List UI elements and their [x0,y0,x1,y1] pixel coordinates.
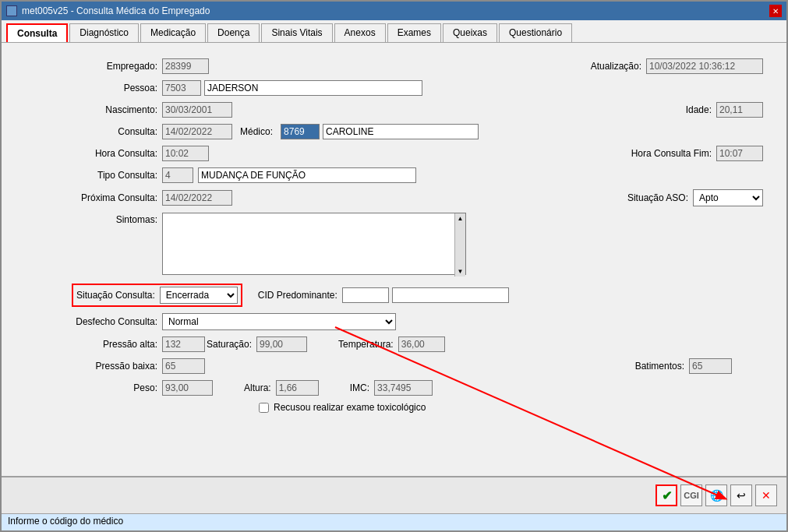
hora-fim-label: Hora Consulta Fim: [610,148,712,159]
imc-label: IMC: [350,382,369,393]
imc-input[interactable] [374,380,433,396]
empregado-input[interactable] [162,58,209,74]
nascimento-label: Nascimento: [72,104,157,115]
form-container: Empregado: Atualização: Pessoa: Nascimen… [72,58,763,413]
medico-label: Médico: [240,126,273,137]
close-button[interactable]: ✕ [755,484,777,506]
cid-desc-input[interactable] [392,287,509,303]
content-area: Empregado: Atualização: Pessoa: Nascimen… [2,43,786,476]
desfecho-row: Desfecho Consulta: Normal Anormal Outro [72,313,763,330]
title-bar: met005v25 - Consulta Médica do Empregado… [2,2,786,20]
tab-doenca[interactable]: Doença [207,23,260,42]
temperatura-input[interactable] [398,336,445,352]
tipo-consulta-code[interactable] [162,167,193,183]
status-message: Informe o código do médico [8,516,123,527]
save-button[interactable]: ✔ [655,484,677,506]
altura-label: Altura: [244,382,271,393]
bottom-action-bar: ✔ CGI 🌐 ↩ ✕ [2,476,786,513]
main-window: met005v25 - Consulta Médica do Empregado… [0,0,788,532]
saturacao-input[interactable] [256,336,307,352]
idade-label: Idade: [673,104,712,115]
tab-anexos[interactable]: Anexos [334,23,386,42]
batimentos-label: Batimentos: [635,361,684,372]
tab-questionario[interactable]: Questionário [499,23,572,42]
empregado-label: Empregado: [72,61,157,72]
tabs-container: Consulta Diagnóstico Medicação Doença Si… [2,20,786,43]
pressao-baixa-input[interactable] [162,358,205,374]
pressao-alta-row: Pressão alta: Saturação: Temperatura: [72,336,763,352]
checkbox-row: Recusou realizar exame toxicológico [259,402,763,413]
sintomas-label: Sintomas: [72,213,157,225]
cid-predominante-label: CID Predominante: [258,290,337,301]
proxima-consulta-input[interactable] [162,190,232,206]
tipo-consulta-label: Tipo Consulta: [72,170,157,181]
cgi-button[interactable]: CGI [680,484,702,506]
consulta-row: Consulta: Médico: [72,124,763,139]
batimentos-input[interactable] [689,358,732,374]
pressao-baixa-label: Pressão baixa: [72,361,157,372]
hora-consulta-input[interactable] [162,146,209,161]
cgi-label: CGI [684,491,699,500]
pressao-alta-label: Pressão alta: [72,339,157,350]
nascimento-input[interactable] [162,102,232,118]
situacao-aso-select[interactable]: Apto Inapto Apto com restrição [693,189,763,206]
proxima-consulta-row: Próxima Consulta: Situação ASO: Apto Ina… [72,189,763,206]
sintomas-textarea[interactable] [162,213,466,275]
situacao-consulta-select[interactable]: Encerrada Aberta Pendente [160,287,238,304]
empregado-row: Empregado: Atualização: [72,58,763,74]
peso-row: Peso: Altura: IMC: [72,380,763,396]
medico-code-input[interactable] [281,124,320,139]
tab-queixas[interactable]: Queixas [443,23,497,42]
toxicologico-label: Recusou realizar exame toxicológico [274,402,426,413]
toxicologico-checkbox[interactable] [259,403,269,413]
undo-button[interactable]: ↩ [730,484,752,506]
situacao-consulta-label: Situação Consulta: [76,290,155,301]
peso-label: Peso: [72,382,157,393]
pessoa-label: Pessoa: [72,83,157,93]
situacao-consulta-row: Situação Consulta: Encerrada Aberta Pend… [72,284,763,307]
situacao-consulta-outline: Situação Consulta: Encerrada Aberta Pend… [72,284,242,307]
consulta-input[interactable] [162,124,232,139]
pessoa-code-input[interactable] [162,80,201,96]
proxima-consulta-label: Próxima Consulta: [72,192,157,203]
nascimento-row: Nascimento: Idade: [72,102,763,118]
desfecho-label: Desfecho Consulta: [72,316,157,327]
consulta-label: Consulta: [72,126,157,137]
atualizacao-input[interactable] [646,58,763,74]
window-title: met005v25 - Consulta Médica do Empregado [22,5,210,16]
temperatura-label: Temperatura: [338,339,394,350]
tab-exames[interactable]: Exames [387,23,441,42]
saturacao-label: Saturação: [205,339,252,350]
tab-sinais-vitais[interactable]: Sinais Vitais [261,23,332,42]
hora-row: Hora Consulta: Hora Consulta Fim: [72,146,763,161]
pessoa-name-input[interactable] [204,80,422,96]
cid-code-input[interactable] [342,287,389,303]
pressao-baixa-row: Pressão baixa: Batimentos: [72,358,763,374]
situacao-aso-label: Situação ASO: [610,192,688,203]
tipo-consulta-row: Tipo Consulta: [72,167,763,183]
window-close-button[interactable]: ✕ [769,5,782,17]
pessoa-row: Pessoa: [72,80,763,96]
altura-input[interactable] [276,380,319,396]
hora-consulta-label: Hora Consulta: [72,148,157,159]
tab-diagnostico[interactable]: Diagnóstico [69,23,139,42]
globe-button[interactable]: 🌐 [705,484,727,506]
pressao-alta-input[interactable] [162,336,205,352]
hora-fim-input[interactable] [716,146,763,161]
atualizacao-label: Atualização: [571,61,641,72]
status-bar: Informe o código do médico [2,513,786,530]
peso-input[interactable] [162,380,213,396]
medico-name-input[interactable] [323,124,479,139]
tipo-consulta-desc[interactable] [198,167,416,183]
tab-consulta[interactable]: Consulta [6,23,68,42]
sintomas-row: Sintomas: ▲ ▼ [72,213,763,277]
window-icon [6,5,17,16]
idade-input[interactable] [716,102,763,118]
desfecho-select[interactable]: Normal Anormal Outro [162,313,396,330]
tab-medicacao[interactable]: Medicação [140,23,206,42]
